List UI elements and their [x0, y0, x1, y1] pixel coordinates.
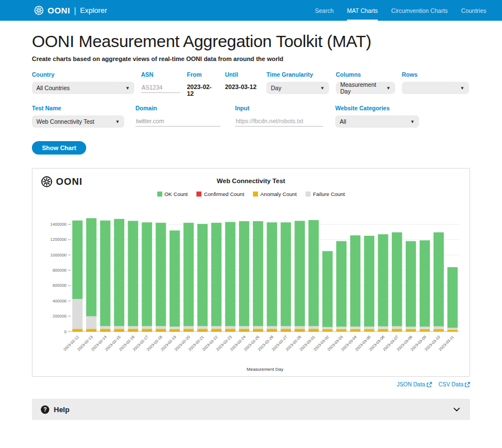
bar-segment-anomaly-count[interactable] — [253, 329, 263, 331]
bar-segment-ok-count[interactable] — [170, 231, 180, 327]
bar-segment-confirmed-count[interactable] — [378, 332, 388, 332]
bar-segment-confirmed-count[interactable] — [156, 331, 166, 332]
bar-segment-ok-count[interactable] — [322, 251, 332, 327]
bar-segment-confirmed-count[interactable] — [294, 331, 304, 332]
nav-item-mat-charts[interactable]: MAT Charts — [347, 0, 378, 21]
bar-segment-ok-count[interactable] — [239, 221, 249, 326]
bar-segment-ok-count[interactable] — [350, 235, 360, 326]
bar-segment-confirmed-count[interactable] — [72, 331, 82, 332]
bar-segment-confirmed-count[interactable] — [239, 331, 249, 332]
help-accordion[interactable]: ? Help — [32, 399, 470, 420]
bar-segment-confirmed-count[interactable] — [100, 331, 110, 332]
bar-segment-confirmed-count[interactable] — [142, 331, 152, 332]
bar-segment-anomaly-count[interactable] — [184, 329, 194, 331]
rows-select[interactable]: ▼ — [402, 82, 469, 94]
bar-segment-confirmed-count[interactable] — [447, 332, 457, 332]
bar-segment-failure-count[interactable] — [267, 326, 277, 329]
bar-segment-ok-count[interactable] — [142, 222, 152, 326]
bar-segment-confirmed-count[interactable] — [211, 331, 221, 332]
bar-segment-failure-count[interactable] — [336, 326, 346, 329]
bar-segment-confirmed-count[interactable] — [267, 331, 277, 332]
bar-segment-anomaly-count[interactable] — [434, 329, 444, 332]
bar-segment-confirmed-count[interactable] — [198, 331, 208, 332]
bar-segment-confirmed-count[interactable] — [114, 331, 124, 332]
bar-segment-confirmed-count[interactable] — [253, 331, 263, 332]
domain-input[interactable] — [135, 115, 220, 127]
bar-segment-anomaly-count[interactable] — [128, 329, 138, 331]
bar-segment-failure-count[interactable] — [142, 326, 152, 329]
bar-segment-failure-count[interactable] — [253, 326, 263, 329]
bar-segment-failure-count[interactable] — [114, 326, 124, 329]
bar-segment-anomaly-count[interactable] — [142, 329, 152, 331]
bar-segment-ok-count[interactable] — [211, 223, 221, 326]
bar-segment-anomaly-count[interactable] — [294, 329, 304, 331]
bar-segment-failure-count[interactable] — [420, 326, 430, 329]
bar-segment-confirmed-count[interactable] — [225, 331, 235, 332]
bar-segment-failure-count[interactable] — [170, 326, 180, 329]
bar-segment-ok-count[interactable] — [267, 222, 277, 326]
bar-segment-failure-count[interactable] — [198, 326, 208, 329]
country-select[interactable]: All Countries ▼ — [32, 82, 134, 94]
bar-segment-confirmed-count[interactable] — [308, 331, 318, 332]
bar-segment-ok-count[interactable] — [72, 221, 82, 299]
bar-segment-failure-count[interactable] — [86, 316, 96, 329]
bar-segment-ok-count[interactable] — [156, 223, 166, 326]
website-categories-select[interactable]: All ▼ — [335, 115, 419, 128]
bar-segment-ok-count[interactable] — [184, 223, 194, 326]
bar-segment-anomaly-count[interactable] — [350, 329, 360, 332]
bar-segment-failure-count[interactable] — [447, 328, 457, 329]
bar-segment-failure-count[interactable] — [322, 327, 332, 329]
bar-segment-anomaly-count[interactable] — [392, 329, 402, 331]
bar-segment-ok-count[interactable] — [253, 221, 263, 326]
bar-segment-confirmed-count[interactable] — [184, 331, 194, 332]
bar-segment-ok-count[interactable] — [86, 218, 96, 316]
bar-segment-anomaly-count[interactable] — [156, 329, 166, 331]
nav-item-countries[interactable]: Countries — [461, 0, 486, 21]
bar-segment-anomaly-count[interactable] — [364, 329, 374, 332]
bar-segment-ok-count[interactable] — [420, 240, 430, 326]
until-date-input[interactable]: 2023-03-12 — [225, 82, 260, 90]
bar-segment-ok-count[interactable] — [294, 221, 304, 326]
time-granularity-select[interactable]: Day ▼ — [266, 82, 329, 94]
bar-segment-failure-count[interactable] — [350, 326, 360, 329]
bar-segment-confirmed-count[interactable] — [350, 332, 360, 332]
bar-segment-confirmed-count[interactable] — [364, 332, 374, 332]
show-chart-button[interactable]: Show Chart — [32, 141, 86, 155]
bar-segment-failure-count[interactable] — [364, 326, 374, 329]
bar-segment-ok-count[interactable] — [281, 222, 291, 326]
bar-segment-confirmed-count[interactable] — [336, 332, 346, 332]
asn-input[interactable] — [141, 82, 180, 93]
bar-segment-failure-count[interactable] — [434, 326, 444, 329]
bar-segment-ok-count[interactable] — [336, 241, 346, 327]
bar-segment-anomaly-count[interactable] — [72, 329, 82, 331]
bar-segment-ok-count[interactable] — [378, 234, 388, 326]
bar-segment-anomaly-count[interactable] — [406, 329, 416, 332]
bar-segment-ok-count[interactable] — [128, 221, 138, 326]
bar-segment-failure-count[interactable] — [156, 326, 166, 329]
bar-segment-ok-count[interactable] — [392, 232, 402, 326]
test-name-select[interactable]: Web Connectivity Test ▼ — [32, 115, 124, 128]
bar-segment-anomaly-count[interactable] — [267, 329, 277, 331]
from-date-input[interactable]: 2023-02-12 — [187, 82, 218, 97]
bar-segment-anomaly-count[interactable] — [225, 329, 235, 331]
bar-segment-failure-count[interactable] — [378, 326, 388, 329]
bar-segment-failure-count[interactable] — [225, 326, 235, 329]
bar-segment-anomaly-count[interactable] — [308, 329, 318, 331]
bar-segment-anomaly-count[interactable] — [170, 329, 180, 332]
csv-data-link[interactable]: CSV Data — [439, 381, 470, 388]
bar-segment-anomaly-count[interactable] — [86, 329, 96, 331]
bar-segment-ok-count[interactable] — [364, 236, 374, 326]
input-url-input[interactable] — [235, 115, 323, 127]
bar-segment-failure-count[interactable] — [281, 326, 291, 329]
bar-segment-confirmed-count[interactable] — [392, 332, 402, 332]
nav-item-search[interactable]: Search — [315, 0, 334, 21]
bar-segment-anomaly-count[interactable] — [211, 329, 221, 331]
bar-segment-anomaly-count[interactable] — [114, 329, 124, 331]
bar-segment-confirmed-count[interactable] — [170, 331, 180, 332]
bar-segment-ok-count[interactable] — [100, 221, 110, 326]
bar-segment-confirmed-count[interactable] — [434, 332, 444, 332]
json-data-link[interactable]: JSON Data — [397, 381, 432, 388]
bar-segment-failure-count[interactable] — [308, 326, 318, 329]
bar-segment-confirmed-count[interactable] — [322, 332, 332, 332]
bar-segment-anomaly-count[interactable] — [239, 329, 249, 331]
